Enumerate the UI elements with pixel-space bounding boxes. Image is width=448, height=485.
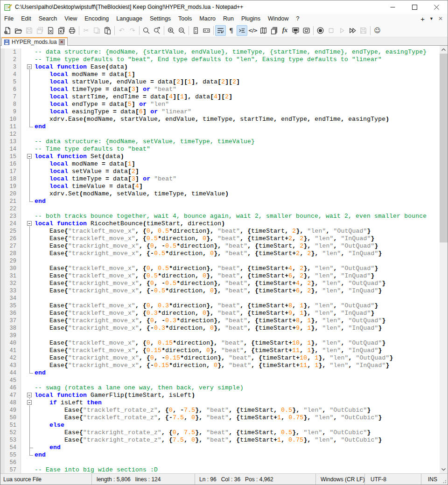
code-text[interactable]: local endType = data[5] or "len" — [35, 101, 440, 108]
line-number[interactable]: 7 — [0, 93, 21, 101]
line-number[interactable]: 55 — [0, 451, 21, 459]
menu-item-search[interactable]: Search — [35, 14, 61, 23]
code-text[interactable] — [35, 131, 440, 138]
menu-item-tools[interactable]: Tools — [175, 14, 196, 23]
document-map-button[interactable] — [258, 25, 269, 36]
vertical-scrollbar[interactable] — [440, 46, 448, 473]
line-number[interactable]: 4 — [0, 71, 21, 78]
document-list-button[interactable] — [269, 25, 280, 36]
new-tab-button[interactable]: + — [420, 15, 425, 23]
snapshot-button[interactable] — [301, 25, 312, 36]
fold-collapse-icon[interactable] — [27, 221, 32, 226]
line-number[interactable]: 5 — [0, 78, 21, 86]
tab-hyper-mods-lua[interactable]: HYPER_mods.lua ✕ — [1, 37, 68, 46]
line-number[interactable]: 12 — [0, 131, 21, 138]
line-number[interactable]: 49 — [0, 407, 21, 414]
code-text[interactable]: end — [35, 198, 440, 205]
code-text[interactable]: local function RicochetBounce(timeStart,… — [35, 220, 440, 228]
line-number[interactable]: 8 — [0, 101, 21, 108]
code-text[interactable]: local timeType = data[3] or "beat" — [35, 175, 440, 183]
code-text[interactable]: Ease{"trackleft_move_x", {0.3*direction,… — [35, 310, 440, 317]
code-text[interactable]: Ease{"trackleft_move_x", {0, 0.5*directi… — [35, 228, 440, 235]
line-number[interactable]: 14 — [0, 146, 21, 153]
scroll-up-button[interactable] — [440, 46, 448, 54]
menu-item-plugins[interactable]: Plugins — [238, 14, 264, 23]
code-text[interactable]: xdrv.Ease(modName, startValue, endValue,… — [35, 116, 440, 123]
code-text[interactable]: local timeValue = data[4] — [35, 183, 440, 190]
line-number[interactable]: 16 — [0, 160, 21, 168]
smiley-plugin-button[interactable]: ☺ — [372, 25, 383, 36]
close-document-button[interactable] — [45, 25, 56, 36]
line-number[interactable]: 17 — [0, 168, 21, 175]
code-text[interactable]: local startTime, endTime = data[4][1], d… — [35, 93, 440, 101]
code-text[interactable]: end — [35, 451, 440, 459]
line-number[interactable]: 48 — [0, 399, 21, 407]
code-text[interactable]: Ease{"trackleft_move_x", {0.15*direction… — [35, 347, 440, 354]
minimize-button[interactable] — [382, 0, 404, 14]
line-number[interactable]: 13 — [0, 138, 21, 146]
line-number[interactable]: 3 — [0, 63, 21, 71]
line-number[interactable]: 38 — [0, 325, 21, 332]
line-number[interactable]: 23 — [0, 213, 21, 220]
word-wrap-button[interactable] — [215, 25, 226, 36]
code-text[interactable]: Ease{"trackright_rotate_z", {7.5, 0}, "b… — [35, 436, 440, 444]
print-button[interactable] — [67, 25, 77, 36]
line-number[interactable]: 53 — [0, 436, 21, 444]
code-text[interactable]: else — [35, 422, 440, 429]
line-number[interactable]: 56 — [0, 459, 21, 466]
line-number[interactable]: 9 — [0, 108, 21, 116]
replace-button[interactable] — [152, 25, 162, 36]
code-text[interactable]: local function Ease(data) — [35, 63, 440, 71]
close-all-documents-button[interactable] — [56, 25, 67, 36]
line-number[interactable]: 46 — [0, 384, 21, 392]
paste-button[interactable] — [102, 25, 113, 36]
fold-collapse-icon[interactable] — [27, 400, 32, 405]
code-text[interactable]: Ease{"trackleft_rotate_z", {-7.5, 0}, "b… — [35, 414, 440, 422]
code-text[interactable]: Ease{"trackleft_move_x", {0.5*direction,… — [35, 235, 440, 242]
code-text[interactable]: local modName = data[1] — [35, 71, 440, 78]
close-document-x-button[interactable]: ✕ — [438, 15, 443, 22]
indent-guide-button[interactable] — [237, 25, 247, 36]
line-number[interactable]: 50 — [0, 414, 21, 422]
code-text[interactable]: Ease{"trackleft_move_x", {0.5*direction,… — [35, 272, 440, 280]
code-text[interactable]: -- Ease into big wide sections :D — [35, 466, 440, 473]
menu-item-run[interactable]: Run — [219, 14, 238, 23]
line-number[interactable]: 15 — [0, 153, 21, 160]
line-number[interactable]: 10 — [0, 116, 21, 123]
code-text[interactable]: local setValue = data[2] — [35, 168, 440, 175]
line-number[interactable]: 36 — [0, 310, 21, 317]
line-number[interactable]: 52 — [0, 429, 21, 436]
line-number[interactable]: 30 — [0, 265, 21, 272]
line-number[interactable]: 37 — [0, 317, 21, 325]
close-button[interactable] — [426, 0, 448, 14]
code-text[interactable]: -- both tracks bounce together, wait 4, … — [35, 213, 440, 220]
line-number[interactable]: 43 — [0, 362, 21, 369]
line-number[interactable]: 27 — [0, 242, 21, 250]
code-text[interactable]: Ease{"trackright_move_x", {0, -0.15*dire… — [35, 354, 440, 362]
fold-collapse-icon[interactable] — [27, 64, 32, 69]
zoom-in-button[interactable] — [166, 25, 176, 36]
line-number[interactable]: 29 — [0, 257, 21, 265]
line-number[interactable]: 6 — [0, 86, 21, 93]
line-number[interactable]: 21 — [0, 198, 21, 205]
line-number[interactable]: 1 — [0, 48, 21, 56]
menu-item-encoding[interactable]: Encoding — [81, 14, 112, 23]
code-text[interactable] — [35, 377, 440, 384]
code-text[interactable]: Ease{"trackright_move_x", {-0.5*directio… — [35, 250, 440, 257]
line-number[interactable]: 45 — [0, 377, 21, 384]
scroll-down-button[interactable] — [440, 465, 448, 473]
line-number[interactable]: 47 — [0, 392, 21, 399]
monitoring-button[interactable] — [290, 25, 301, 36]
line-number[interactable]: 40 — [0, 340, 21, 347]
tab-close-icon[interactable]: ✕ — [59, 39, 65, 45]
code-text[interactable]: end — [35, 444, 440, 451]
code-text[interactable]: Ease{"trackright_move_x", {0, -0.5*direc… — [35, 280, 440, 287]
menu-item-help[interactable]: ? — [292, 14, 303, 23]
code-text[interactable]: Ease{"trackright_move_x", {0, -0.5*direc… — [35, 242, 440, 250]
sync-horizontal-scroll-button[interactable] — [201, 25, 212, 36]
code-text[interactable]: local easingType = data[6] or "linear" — [35, 108, 440, 116]
code-text[interactable]: end — [35, 369, 440, 377]
maximize-button[interactable] — [404, 0, 426, 14]
line-number[interactable]: 34 — [0, 295, 21, 302]
fold-collapse-icon[interactable] — [27, 154, 32, 159]
